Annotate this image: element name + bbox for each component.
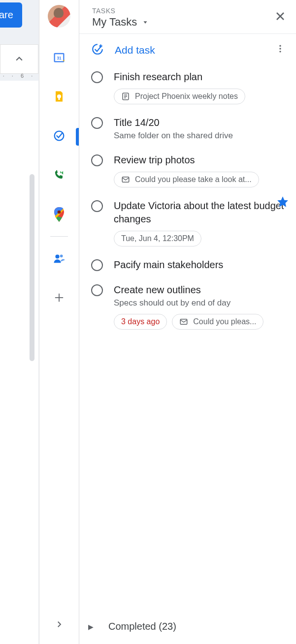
task-row[interactable]: Finish research planProject Phoenix week… <box>91 64 288 110</box>
phone-icon <box>52 168 66 182</box>
task-body: Pacify main stakeholders <box>114 258 288 272</box>
side-panel-strip: 31 <box>39 0 79 644</box>
panel-header: TASKS My Tasks <box>79 0 296 34</box>
task-row[interactable]: Title 14/20Same folder on the shared dri… <box>91 110 288 148</box>
more-menu-button[interactable] <box>275 44 285 57</box>
task-title: Create new outlines <box>114 283 288 297</box>
task-body: Finish research planProject Phoenix week… <box>114 70 288 104</box>
maps-app-icon[interactable] <box>49 205 69 224</box>
doc-chip-icon <box>121 92 130 101</box>
svg-marker-25 <box>277 196 288 207</box>
task-row[interactable]: Update Victoria about the latest budget … <box>91 193 288 252</box>
task-complete-circle[interactable] <box>91 284 103 296</box>
add-task-button[interactable]: Add task <box>91 43 155 58</box>
svg-point-6 <box>55 131 64 141</box>
task-complete-circle[interactable] <box>91 200 103 212</box>
task-row[interactable]: Create new outlinesSpecs should out by e… <box>91 277 288 336</box>
task-body: Update Victoria about the latest budget … <box>114 199 288 246</box>
calendar-app-icon[interactable]: 31 <box>49 47 69 67</box>
tasks-icon <box>52 129 66 143</box>
panel-toolbar: Add task <box>79 34 296 64</box>
svg-point-8 <box>55 254 59 258</box>
task-row[interactable]: Review trip photosCould you please take … <box>91 148 288 193</box>
svg-point-17 <box>279 45 281 47</box>
chip-text: Could you pleas... <box>193 317 256 326</box>
doc-canvas <box>0 81 38 644</box>
add-task-icon <box>91 43 104 58</box>
contacts-icon <box>52 251 66 265</box>
mail-chip-icon <box>179 317 188 326</box>
caret-right-icon: ▶ <box>88 623 94 631</box>
collapse-outline-button[interactable] <box>0 44 38 74</box>
maps-pin-icon <box>49 205 69 224</box>
task-chips: 3 days agoCould you pleas... <box>114 314 288 330</box>
ruler: · · 6 · <box>0 73 38 81</box>
expand-panel-button[interactable] <box>49 614 69 634</box>
svg-rect-5 <box>58 98 60 100</box>
task-subtitle: Specs should out by end of day <box>114 298 288 309</box>
task-chips: Tue, Jun 4, 12:30PM <box>114 231 288 246</box>
meet-app-icon[interactable] <box>49 165 69 185</box>
chip-text: 3 days ago <box>121 317 160 326</box>
svg-point-7 <box>58 211 61 214</box>
task-body: Review trip photosCould you please take … <box>114 153 288 187</box>
panel-eyebrow: TASKS <box>92 7 149 15</box>
task-title: Update Victoria about the latest budget … <box>114 199 288 226</box>
chip-text: Could you please take a look at... <box>135 175 252 184</box>
svg-point-4 <box>57 94 61 98</box>
list-selector[interactable]: My Tasks <box>92 16 149 29</box>
star-icon[interactable] <box>276 195 289 210</box>
task-complete-circle[interactable] <box>91 71 103 83</box>
list-title: My Tasks <box>92 16 137 29</box>
avatar[interactable] <box>48 5 70 28</box>
task-row[interactable]: Pacify main stakeholders <box>91 252 288 277</box>
task-title: Review trip photos <box>114 153 288 167</box>
task-list: Finish research planProject Phoenix week… <box>79 64 296 611</box>
task-complete-circle[interactable] <box>91 117 103 129</box>
contacts-app-icon[interactable] <box>49 248 69 268</box>
task-body: Create new outlinesSpecs should out by e… <box>114 283 288 330</box>
dropdown-caret-icon <box>142 19 149 26</box>
strip-divider <box>50 236 68 237</box>
task-title: Finish research plan <box>114 70 288 84</box>
plus-icon <box>52 291 66 305</box>
docs-background: are · · 6 · <box>0 0 39 644</box>
task-complete-circle[interactable] <box>91 259 103 271</box>
tasks-panel: TASKS My Tasks Add task <box>79 0 296 644</box>
mail-chip[interactable]: Could you pleas... <box>172 314 263 330</box>
task-title: Pacify main stakeholders <box>114 258 288 272</box>
task-complete-circle[interactable] <box>91 154 103 166</box>
chevron-up-icon <box>14 54 24 64</box>
chip-text: Project Phoenix weekly notes <box>135 92 238 101</box>
chip-text: Tue, Jun 4, 12:30PM <box>121 234 194 243</box>
svg-marker-12 <box>144 21 147 24</box>
chevron-right-icon <box>55 620 64 629</box>
calendar-icon: 31 <box>52 50 66 64</box>
task-chips: Could you please take a look at... <box>114 172 288 187</box>
add-addon-button[interactable] <box>49 288 69 307</box>
mail-chip[interactable]: Could you please take a look at... <box>114 172 259 187</box>
close-panel-button[interactable] <box>274 10 286 26</box>
task-title: Title 14/20 <box>114 116 288 129</box>
more-vert-icon <box>275 44 285 54</box>
completed-label: Completed (23) <box>108 621 176 632</box>
svg-point-19 <box>279 51 281 52</box>
add-task-label: Add task <box>115 44 155 56</box>
svg-point-9 <box>60 254 63 257</box>
keep-app-icon[interactable] <box>49 87 69 106</box>
date-chip[interactable]: Tue, Jun 4, 12:30PM <box>114 231 201 246</box>
close-icon <box>274 10 286 22</box>
task-chips: Project Phoenix weekly notes <box>114 89 288 104</box>
task-subtitle: Same folder on the shared drive <box>114 130 288 142</box>
completed-section-toggle[interactable]: ▶ Completed (23) <box>79 611 296 644</box>
mail-chip-icon <box>121 175 130 184</box>
scrollbar[interactable] <box>30 174 34 361</box>
keep-icon <box>52 90 66 103</box>
svg-point-18 <box>279 48 281 49</box>
task-body: Title 14/20Same folder on the shared dri… <box>114 116 288 142</box>
svg-text:31: 31 <box>57 56 62 61</box>
share-button[interactable]: are <box>0 2 22 28</box>
tasks-app-icon[interactable] <box>49 126 69 146</box>
doc-chip[interactable]: Project Phoenix weekly notes <box>114 89 245 104</box>
overdue-chip[interactable]: 3 days ago <box>114 314 167 330</box>
